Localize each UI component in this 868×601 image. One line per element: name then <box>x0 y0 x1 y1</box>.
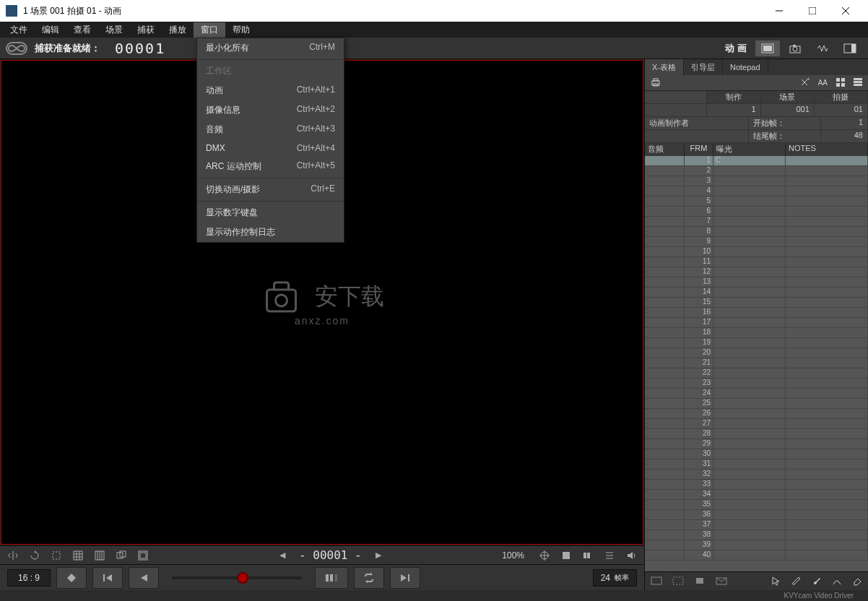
text-size-icon[interactable]: AA <box>815 77 830 88</box>
sheet-row[interactable]: 31 <box>645 459 868 470</box>
list-icon[interactable] <box>601 548 618 563</box>
timeline-slider[interactable] <box>172 576 302 579</box>
view-mode-button[interactable] <box>755 40 780 56</box>
menu-场景[interactable]: 场景 <box>98 22 130 38</box>
print-icon[interactable] <box>648 76 664 90</box>
layers-toggle-icon[interactable] <box>579 548 596 563</box>
rect-tool-icon[interactable] <box>648 575 665 588</box>
tab-引导层[interactable]: 引导层 <box>684 59 723 75</box>
crop-icon[interactable] <box>48 548 65 563</box>
sheet-row[interactable]: 36 <box>645 510 868 520</box>
pause-double-button[interactable] <box>315 567 348 589</box>
grid-view-icon[interactable] <box>833 77 848 90</box>
sheet-row[interactable]: 39 <box>645 540 868 550</box>
sheet-row[interactable]: 24 <box>645 389 868 399</box>
pointer-icon[interactable] <box>768 574 784 589</box>
sheet-row[interactable]: 25 <box>645 399 868 409</box>
sheet-row[interactable]: 10 <box>645 247 868 257</box>
sheet-row[interactable]: 28 <box>645 429 868 439</box>
sheet-row[interactable]: 3 <box>645 176 868 186</box>
menu-帮助[interactable]: 帮助 <box>225 22 257 38</box>
menuitem-切换动画/摄影[interactable]: 切换动画/摄影Ctrl+E <box>197 180 344 199</box>
tab-Notepad[interactable]: Notepad <box>723 59 768 75</box>
brush-icon[interactable] <box>809 574 825 589</box>
menu-查看[interactable]: 查看 <box>66 22 98 38</box>
onion-skin-button[interactable] <box>56 567 87 589</box>
sheet-row[interactable]: 16 <box>645 308 868 318</box>
play-back-button[interactable] <box>129 567 159 589</box>
flip-icon[interactable] <box>4 548 22 563</box>
sheet-row[interactable]: 11 <box>645 257 868 267</box>
prev-frame-button[interactable]: ◀ <box>276 548 289 562</box>
menuitem-显示数字键盘[interactable]: 显示数字键盘 <box>197 203 344 222</box>
sheet-row[interactable]: 13 <box>645 277 868 287</box>
menuitem-摄像信息[interactable]: 摄像信息Ctrl+Alt+2 <box>197 100 344 120</box>
value-scene[interactable]: 001 <box>761 104 815 116</box>
tab-X-表格[interactable]: X-表格 <box>645 59 684 75</box>
sheet-row[interactable]: 40 <box>645 550 868 561</box>
sheet-row[interactable]: 2 <box>645 166 868 176</box>
curve-icon[interactable] <box>829 574 845 589</box>
menuitem-音频[interactable]: 音频Ctrl+Alt+3 <box>197 120 344 139</box>
zoom-percent[interactable]: 100% <box>502 550 524 561</box>
pencil-icon[interactable] <box>789 574 804 589</box>
sheet-row[interactable]: 34 <box>645 490 868 500</box>
loop-button[interactable] <box>354 567 384 589</box>
add-icon[interactable]: + <box>797 76 812 90</box>
menu-播放[interactable]: 播放 <box>162 22 194 38</box>
sheet-row[interactable]: 37 <box>645 520 868 530</box>
center-icon[interactable] <box>536 548 553 563</box>
select-tool-icon[interactable] <box>691 575 708 588</box>
sheet-row[interactable]: 4 <box>645 186 868 196</box>
sheet-row[interactable]: 7 <box>645 217 868 227</box>
start-frame-value[interactable]: 1 <box>821 117 868 129</box>
grid-dense-icon[interactable] <box>91 548 108 563</box>
sheet-row[interactable]: 23 <box>645 379 868 389</box>
sheet-row[interactable]: 19 <box>645 338 868 348</box>
next-frame-button[interactable]: ▶ <box>372 548 385 562</box>
sheet-row[interactable]: 15 <box>645 298 868 308</box>
skip-start-button[interactable] <box>92 567 123 589</box>
sheet-row[interactable]: 38 <box>645 530 868 540</box>
sheet-row[interactable]: 22 <box>645 368 868 379</box>
sheet-row[interactable]: 21 <box>645 358 868 368</box>
fps-display[interactable]: 24 帧率 <box>593 569 637 587</box>
minimize-button[interactable] <box>763 0 796 22</box>
audio-wave-icon[interactable] <box>810 40 835 56</box>
loop-icon[interactable] <box>6 42 27 55</box>
sheet-row[interactable]: 30 <box>645 449 868 459</box>
menuitem-动画[interactable]: 动画Ctrl+Alt+1 <box>197 81 344 100</box>
sheet-row[interactable]: 32 <box>645 470 868 480</box>
menuitem-ARC 运动控制[interactable]: ARC 运动控制Ctrl+Alt+5 <box>197 157 344 176</box>
sheet-row[interactable]: 18 <box>645 328 868 338</box>
menuitem-DMX[interactable]: DMXCtrl+Alt+4 <box>197 139 344 157</box>
sheet-row[interactable]: 35 <box>645 500 868 510</box>
sheet-row[interactable]: 20 <box>645 348 868 358</box>
slider-knob[interactable] <box>237 572 248 584</box>
sheet-row[interactable]: 29 <box>645 439 868 449</box>
sheet-row[interactable]: 14 <box>645 287 868 298</box>
sheet-row[interactable]: 33 <box>645 480 868 490</box>
end-frame-value[interactable]: 48 <box>821 130 868 142</box>
volume-icon[interactable] <box>622 548 640 563</box>
menu-窗口[interactable]: 窗口 <box>194 22 225 38</box>
sheet-row[interactable]: 6 <box>645 207 868 217</box>
eraser-icon[interactable] <box>849 574 865 589</box>
safe-frame-icon[interactable] <box>134 548 152 563</box>
rotate-icon[interactable] <box>26 548 43 563</box>
sheet-row[interactable]: 1C <box>645 156 868 166</box>
value-shot[interactable]: 01 <box>815 104 868 116</box>
close-button[interactable] <box>829 0 862 22</box>
value-production[interactable]: 1 <box>707 104 760 116</box>
frame-tool-icon[interactable] <box>669 575 687 588</box>
sheet-row[interactable]: 26 <box>645 409 868 419</box>
sheet-row[interactable]: 17 <box>645 318 868 328</box>
sheet-row[interactable]: 9 <box>645 237 868 247</box>
menuitem-最小化所有[interactable]: 最小化所有Ctrl+M <box>197 38 344 58</box>
menu-捕获[interactable]: 捕获 <box>130 22 162 38</box>
aspect-ratio-display[interactable]: 16 : 9 <box>7 569 51 587</box>
aspect-icon[interactable] <box>113 548 130 563</box>
sheet-row[interactable]: 12 <box>645 267 868 277</box>
menu-文件[interactable]: 文件 <box>3 22 35 38</box>
panel-toggle-icon[interactable] <box>838 40 862 56</box>
